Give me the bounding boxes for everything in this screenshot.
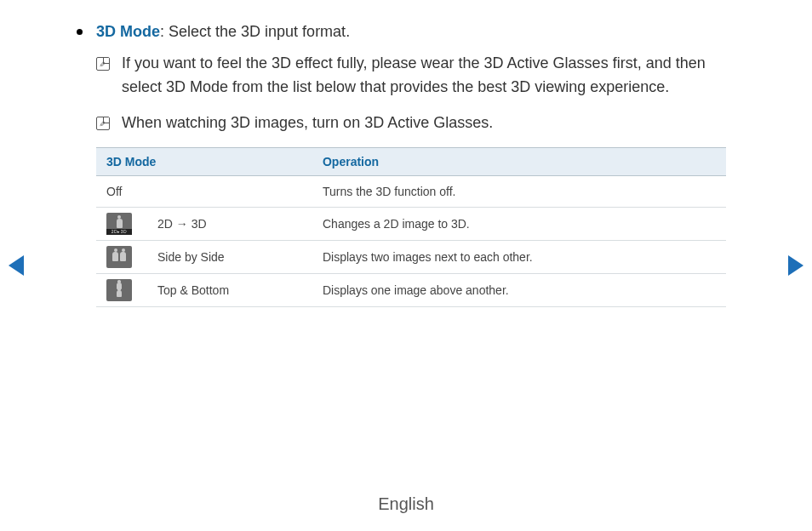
cell-operation: Turns the 3D function off. [312, 175, 726, 207]
page-language-label: English [0, 494, 812, 514]
cell-mode: Side by Side [147, 240, 312, 273]
cell-mode: Top & Bottom [147, 273, 312, 306]
table-row: Top & Bottom Displays one image above an… [96, 273, 726, 306]
note-icon [96, 57, 110, 71]
cell-icon: 2D▸3D [96, 207, 147, 240]
note-text: When watching 3D images, turn on 3D Acti… [122, 111, 493, 135]
page-content: 3D Mode: Select the 3D input format. If … [0, 0, 812, 307]
table-row: Off Turns the 3D function off. [96, 175, 726, 207]
term-3d-mode: 3D Mode [96, 23, 160, 40]
cell-icon [96, 273, 147, 306]
cell-operation: Changes a 2D image to 3D. [312, 207, 726, 240]
cell-operation: Displays one image above another. [312, 273, 726, 306]
mode-2d-to-3d-icon: 2D▸3D [106, 213, 132, 235]
next-page-button[interactable] [788, 255, 803, 276]
term-desc: : Select the 3D input format. [160, 23, 350, 40]
table-row: Side by Side Displays two images next to… [96, 240, 726, 273]
cell-mode: Off [96, 175, 312, 207]
prev-page-button[interactable] [9, 255, 24, 276]
cell-operation: Displays two images next to each other. [312, 240, 726, 273]
table-header-row: 3D Mode Operation [96, 147, 726, 175]
table-row: 2D▸3D 2D → 3D Changes a 2D image to 3D. [96, 207, 726, 240]
mode-table: 3D Mode Operation Off Turns the 3D funct… [96, 147, 726, 307]
note-item: When watching 3D images, turn on 3D Acti… [96, 111, 735, 135]
mode-top-bottom-icon [106, 279, 132, 301]
note-text: If you want to feel the 3D effect fully,… [122, 52, 735, 100]
header-operation: Operation [312, 147, 726, 175]
bullet-icon [77, 29, 83, 35]
cell-icon [96, 240, 147, 273]
bullet-item: 3D Mode: Select the 3D input format. [77, 20, 735, 43]
mode-side-by-side-icon [106, 246, 132, 268]
cell-mode: 2D → 3D [147, 207, 312, 240]
bullet-text: 3D Mode: Select the 3D input format. [96, 20, 350, 43]
note-icon [96, 117, 110, 130]
header-mode: 3D Mode [96, 147, 312, 175]
note-item: If you want to feel the 3D effect fully,… [96, 52, 735, 100]
